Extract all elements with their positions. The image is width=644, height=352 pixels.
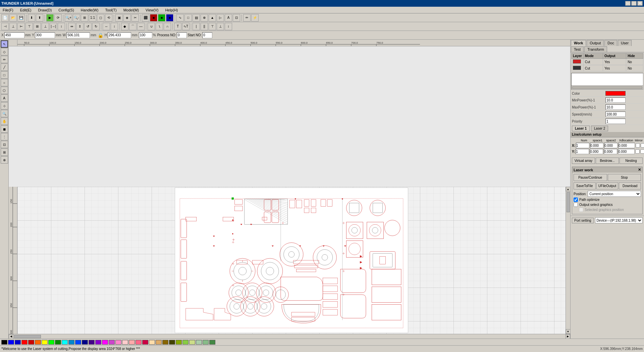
more3[interactable]: ⊤ [209,23,216,30]
align-left[interactable]: ⊣ [1,23,9,30]
menu-tool[interactable]: Tool(T) [103,7,118,13]
layer-row-1[interactable]: Cut Yes No [572,59,643,65]
run-button[interactable]: ▶ [46,14,54,21]
menu-edit[interactable]: Edit(E) [18,7,34,13]
bezier-edit[interactable]: ⌒ [129,23,137,30]
text-button[interactable]: A [225,14,232,21]
pal-tan[interactable] [156,340,162,345]
laser-button[interactable]: ⚡ [251,14,259,21]
hscroll-thumb[interactable] [14,335,41,338]
pal-lime[interactable] [176,340,182,345]
engrave-button[interactable]: ◈ [123,14,131,21]
pal-rose[interactable] [136,340,142,345]
pal-yellow-green[interactable] [189,340,195,345]
pal-red[interactable] [21,340,28,345]
color-swatch[interactable] [605,91,626,96]
tab-work[interactable]: Work [571,40,586,46]
y-space2-input[interactable] [604,149,617,154]
export-button[interactable]: ⬆ [36,14,43,21]
pal-lightpink[interactable] [115,340,121,345]
laser-work-close[interactable]: ✕ [638,168,641,172]
pal-navy[interactable] [82,340,88,345]
output-select-checkbox[interactable] [574,203,578,207]
horiz-button[interactable]: ▷ [217,14,224,21]
frame-button[interactable]: ▣ [115,14,123,21]
align-bottom[interactable]: ⊥ [42,23,49,30]
diff[interactable]: ∖ [156,23,163,30]
distrib-v[interactable]: ↕ [58,23,65,30]
start-input[interactable] [202,32,212,38]
horizontal-scrollbar[interactable]: ◀ ▶ [9,334,570,339]
scale-input[interactable] [139,32,152,38]
vscroll-up-btn[interactable]: ▲ [566,187,571,191]
zoom-100-button[interactable]: 1:1 [89,14,96,21]
pal-mint[interactable] [196,340,202,345]
y-xloc-input[interactable] [618,149,635,154]
color2-button[interactable]: ■ [158,14,165,21]
align-right[interactable]: ⊢ [17,23,25,30]
crop-tool[interactable]: ⊡ [1,141,8,148]
stop-button[interactable]: Stop [608,174,641,181]
maxpower-input[interactable] [605,104,626,110]
pal-darkgreen[interactable] [55,340,61,345]
layer-scroll-thumb[interactable] [572,86,642,89]
priority-input[interactable] [605,119,626,124]
pal-black[interactable] [1,340,7,345]
pal-blue2[interactable] [75,340,81,345]
u-file-output-button[interactable]: UFileOutput [596,182,619,189]
hscroll-left-btn[interactable]: ◀ [9,334,13,339]
align-top[interactable]: ⊤ [25,23,33,30]
mirror-v[interactable]: ⇕ [76,23,84,30]
pause-button[interactable]: ⟳ [54,14,62,21]
pal-magenta[interactable] [102,340,108,345]
pal-salmon[interactable] [129,340,135,345]
pal-lightlime[interactable] [182,340,189,345]
x-num-input[interactable] [576,143,589,148]
zoom-sel-button[interactable]: ◻ [97,14,104,21]
pal-violet[interactable] [95,340,101,345]
x-space2-input[interactable] [604,143,618,148]
join-button[interactable]: ⊕ [201,14,208,21]
pal-green[interactable] [48,340,54,345]
pal-lightblue[interactable] [68,340,74,345]
line-tool[interactable]: ╱ [1,63,8,71]
virtual-array-button[interactable]: Virtual array [572,158,595,164]
hscroll-right-btn[interactable]: ▶ [566,334,570,339]
menu-view[interactable]: View(V) [144,7,160,13]
canvas-area[interactable] [17,187,566,334]
y-mirror-v-check[interactable] [640,149,644,154]
path-optimize-checkbox[interactable] [574,197,578,202]
more2[interactable]: || [201,23,208,30]
color3-button[interactable]: ■ [166,14,173,21]
y-mirror-h-check[interactable] [635,149,640,154]
pal-darkblue[interactable] [15,340,21,345]
pal-lightest-pink[interactable] [122,340,128,345]
menu-draw[interactable]: Draw(D) [36,7,54,13]
tab-test[interactable]: Test [571,46,584,52]
text-tool[interactable]: A [1,94,8,102]
line-edit[interactable]: — [137,23,145,30]
pal-purple[interactable] [89,340,95,345]
pal-sage[interactable] [203,340,209,345]
x-mirror-h-check[interactable] [636,143,640,148]
download-button[interactable]: Download [619,182,641,189]
pal-darkred[interactable] [28,340,34,345]
zoom-tool[interactable]: 🔍 [1,110,8,117]
group-button[interactable]: ⊡ [233,14,240,21]
speed-input[interactable] [605,112,626,117]
pen-button[interactable]: ✏ [243,14,251,21]
y-num-input[interactable] [576,149,589,154]
tab-output[interactable]: Output [587,40,604,46]
distrib-h[interactable]: |→| [50,23,57,30]
minpower-input[interactable] [605,97,626,103]
ellipse-tool[interactable]: ○ [1,79,8,86]
pal-blue[interactable] [8,340,14,345]
position-select[interactable]: Current position Absolute origin Machine… [588,191,641,197]
vert-button[interactable]: ▲ [209,14,216,21]
selected-pos-checkbox[interactable] [579,208,583,212]
pal-pink[interactable] [109,340,115,345]
minimize-button[interactable]: ─ [625,1,631,6]
tab-user[interactable]: User [618,40,632,46]
text-tool2[interactable]: T [174,23,181,30]
new-button[interactable]: 📄 [1,14,9,21]
